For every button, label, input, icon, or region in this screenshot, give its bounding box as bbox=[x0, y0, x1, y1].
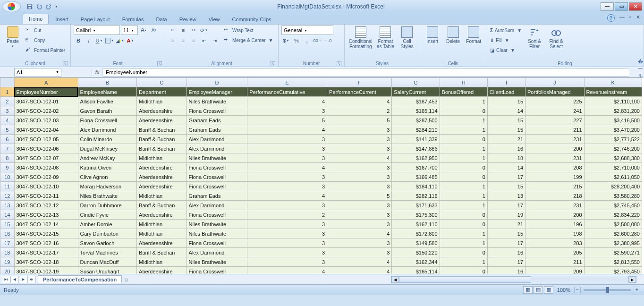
cell-E17[interactable]: 3 bbox=[247, 238, 327, 248]
redo-icon[interactable] bbox=[45, 3, 52, 10]
row-header-2[interactable]: 2 bbox=[0, 97, 15, 106]
cell-G9[interactable]: $167,700 bbox=[392, 163, 440, 172]
bold-button[interactable]: B bbox=[74, 36, 83, 45]
cell-styles-button[interactable]: Cell Styles bbox=[397, 26, 417, 49]
row-header-14[interactable]: 14 bbox=[0, 210, 15, 220]
sheet-nav-prev[interactable]: ◀ bbox=[10, 276, 19, 283]
cell-D12[interactable]: Graham Eads bbox=[186, 191, 247, 201]
cut-button[interactable]: ✂Cut bbox=[25, 26, 66, 35]
cell-K5[interactable]: $3,470,200 bbox=[584, 125, 642, 135]
cell-F14[interactable]: 3 bbox=[327, 210, 392, 220]
cell-H4[interactable]: 1 bbox=[440, 116, 487, 125]
horizontal-scrollbar[interactable]: ◀ ▶ bbox=[391, 276, 636, 283]
cell-A8[interactable]: 3047-SCO-102-07 bbox=[14, 153, 78, 163]
row-header-7[interactable]: 7 bbox=[0, 144, 15, 153]
cell-B18[interactable]: Torval MacInnes bbox=[78, 248, 137, 257]
spreadsheet-grid[interactable]: ABCDEFGHIJK1EmployeeNumberEmployeeNameDe… bbox=[0, 77, 644, 274]
cell-G7[interactable]: $147,886 bbox=[392, 144, 440, 153]
row-header-6[interactable]: 6 bbox=[0, 135, 15, 144]
close-button[interactable]: ✕ bbox=[629, 2, 642, 11]
cell-K4[interactable]: $3,416,500 bbox=[584, 116, 642, 125]
cell-F5[interactable]: 3 bbox=[327, 125, 392, 135]
cell-C1[interactable]: Department bbox=[137, 87, 187, 97]
row-header-12[interactable]: 12 bbox=[0, 191, 15, 201]
cell-J20[interactable]: 209 bbox=[525, 267, 585, 274]
cell-C4[interactable]: Aberdeenshire bbox=[137, 116, 187, 125]
scroll-right-icon[interactable]: ▶ bbox=[628, 276, 636, 283]
col-header-K[interactable]: K bbox=[584, 78, 642, 87]
cell-F1[interactable]: PerformanceCurrent bbox=[327, 87, 392, 97]
minimize-button[interactable]: ― bbox=[601, 2, 614, 11]
cell-D15[interactable]: Niles Brathwaite bbox=[186, 220, 247, 229]
cell-C2[interactable]: Midlothian bbox=[137, 97, 187, 106]
col-header-G[interactable]: G bbox=[392, 78, 440, 87]
row-header-10[interactable]: 10 bbox=[0, 172, 15, 182]
col-header-H[interactable]: H bbox=[440, 78, 487, 87]
cell-C14[interactable]: Aberdeenshire bbox=[137, 210, 187, 220]
cell-J5[interactable]: 211 bbox=[525, 125, 585, 135]
cell-J1[interactable]: PortfoliosManaged bbox=[525, 87, 585, 97]
cell-F2[interactable]: 4 bbox=[327, 97, 392, 106]
cell-C12[interactable]: Midlothian bbox=[137, 191, 187, 201]
cell-J14[interactable]: 200 bbox=[525, 210, 585, 220]
save-icon[interactable] bbox=[26, 3, 33, 10]
cell-D5[interactable]: Graham Eads bbox=[186, 125, 247, 135]
merge-center-button[interactable]: ⬌Merge & Center▼ bbox=[223, 35, 274, 45]
cell-F3[interactable]: 2 bbox=[327, 106, 392, 116]
cell-C5[interactable]: Banff & Buchan bbox=[137, 125, 187, 135]
cell-A16[interactable]: 3047-SCO-102-15 bbox=[14, 229, 78, 238]
cell-F13[interactable]: 3 bbox=[327, 201, 392, 210]
zoom-slider[interactable] bbox=[584, 289, 631, 291]
cell-B20[interactable]: Susan Urquhaqrt bbox=[78, 267, 137, 274]
cell-C18[interactable]: Banff & Buchan bbox=[137, 248, 187, 257]
row-header-18[interactable]: 18 bbox=[0, 248, 15, 257]
cell-G11[interactable]: $184,110 bbox=[392, 182, 440, 191]
cell-E18[interactable]: 3 bbox=[247, 248, 327, 257]
cell-F20[interactable]: 4 bbox=[327, 267, 392, 274]
cell-K9[interactable]: $2,710,000 bbox=[584, 163, 642, 172]
format-as-table-button[interactable]: Format as Table bbox=[376, 26, 396, 49]
cell-K3[interactable]: $2,831,200 bbox=[584, 106, 642, 116]
fill-color-button[interactable]: ◢▼ bbox=[115, 36, 125, 45]
cell-F4[interactable]: 5 bbox=[327, 116, 392, 125]
cell-I9[interactable]: 14 bbox=[487, 163, 525, 172]
cell-I18[interactable]: 16 bbox=[487, 248, 525, 257]
cell-G2[interactable]: $187,453 bbox=[392, 97, 440, 106]
font-dialog-launcher[interactable]: ⤡ bbox=[157, 61, 162, 66]
cell-G17[interactable]: $149,580 bbox=[392, 238, 440, 248]
cell-G13[interactable]: $171,633 bbox=[392, 201, 440, 210]
cell-A5[interactable]: 3047-SCO-102-04 bbox=[14, 125, 78, 135]
cell-C16[interactable]: Midlothian bbox=[137, 229, 187, 238]
tab-review[interactable]: Review bbox=[174, 15, 202, 24]
cell-A1[interactable]: EmployeeNumber bbox=[14, 87, 78, 97]
insert-cells-button[interactable]: Insert bbox=[423, 26, 442, 44]
fx-icon[interactable]: fx bbox=[92, 68, 103, 76]
cell-B16[interactable]: Gary Dumbarton bbox=[78, 229, 137, 238]
cell-F18[interactable]: 3 bbox=[327, 248, 392, 257]
cell-H20[interactable]: 0 bbox=[440, 267, 487, 274]
cell-K14[interactable]: $2,834,220 bbox=[584, 210, 642, 220]
cell-B19[interactable]: Duncan MacDuff bbox=[78, 257, 137, 267]
cell-I20[interactable]: 16 bbox=[487, 267, 525, 274]
cell-K7[interactable]: $2,746,200 bbox=[584, 144, 642, 153]
cell-H8[interactable]: 1 bbox=[440, 153, 487, 163]
row-header-9[interactable]: 9 bbox=[0, 163, 15, 172]
cell-E12[interactable]: 4 bbox=[247, 191, 327, 201]
cell-B5[interactable]: Alex Darrimond bbox=[78, 125, 137, 135]
zoom-in-button[interactable]: + bbox=[634, 287, 640, 293]
cell-A2[interactable]: 3047-SCO-102-01 bbox=[14, 97, 78, 106]
view-normal-button[interactable]: ▦ bbox=[523, 286, 533, 294]
cell-J12[interactable]: 218 bbox=[525, 191, 585, 201]
cell-I12[interactable]: 13 bbox=[487, 191, 525, 201]
cell-E8[interactable]: 3 bbox=[247, 153, 327, 163]
autosum-button[interactable]: ΣAutoSum▼ bbox=[489, 26, 523, 35]
col-header-D[interactable]: D bbox=[186, 78, 247, 87]
paste-button[interactable]: Paste ▼ bbox=[3, 26, 23, 48]
cell-E11[interactable]: 3 bbox=[247, 182, 327, 191]
cell-F9[interactable]: 3 bbox=[327, 163, 392, 172]
cell-C20[interactable]: Aberdeenshire bbox=[137, 267, 187, 274]
cell-G1[interactable]: SalaryCurrent bbox=[392, 87, 440, 97]
cell-F8[interactable]: 4 bbox=[327, 153, 392, 163]
cell-D19[interactable]: Niles Brathwaite bbox=[186, 257, 247, 267]
copy-button[interactable]: ⎘Copy bbox=[25, 35, 66, 45]
